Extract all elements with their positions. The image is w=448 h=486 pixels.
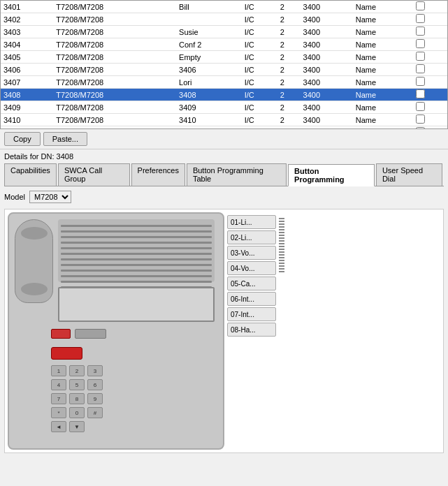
table-row[interactable]: 3404T7208/M7208Conf 2I/C23400Name <box>1 38 447 51</box>
keypad-key-#[interactable]: # <box>87 407 103 418</box>
keypad-key-0[interactable]: 0 <box>69 407 85 418</box>
table-row[interactable]: 3401T7208/M7208BillI/C23400Name <box>1 1 447 13</box>
tab-preferences[interactable]: Preferences <box>131 163 185 186</box>
scroll-line <box>279 237 284 239</box>
dn-table-wrapper: 3401T7208/M7208BillI/C23400Name3402T7208… <box>0 0 448 129</box>
row-checkbox[interactable] <box>416 89 425 98</box>
keypad-key-1[interactable]: 1 <box>51 365 66 376</box>
nav-keys: ◄ ▼ <box>51 421 217 432</box>
scroll-line <box>279 232 284 233</box>
line-button-2[interactable]: 02-Li... <box>227 230 276 244</box>
keypad-key-6[interactable]: 6 <box>87 379 103 390</box>
details-title: Details for DN: 3408 <box>4 152 444 161</box>
button-bar: Copy Paste... <box>0 129 448 149</box>
line-button-4[interactable]: 04-Vo... <box>227 261 276 275</box>
details-section: Details for DN: 3408 CapabilitiesSWCA Ca… <box>0 149 448 456</box>
scroll-line <box>279 218 284 219</box>
scroll-line <box>279 226 284 228</box>
scroll-line <box>279 271 284 272</box>
line-button-6[interactable]: 06-Int... <box>227 292 276 306</box>
line-buttons-panel: 01-Li...02-Li...03-Vo...04-Vo...05-Ca...… <box>227 212 276 450</box>
keypad-key-8[interactable]: 8 <box>69 393 85 404</box>
table-row[interactable]: 3402T7208/M7208I/C23400Name <box>1 13 447 26</box>
grille-line <box>61 247 212 249</box>
scroll-line <box>279 254 284 256</box>
scroll-line <box>279 263 284 264</box>
feature-button <box>75 329 106 339</box>
paste-button[interactable]: Paste... <box>43 132 87 146</box>
grille-line <box>61 242 212 244</box>
phone-display-screen <box>58 287 215 322</box>
dn-table: 3401T7208/M7208BillI/C23400Name3402T7208… <box>1 1 447 129</box>
keypad-key-9[interactable]: 9 <box>87 393 103 404</box>
scroll-line <box>279 265 284 267</box>
row-checkbox[interactable] <box>416 39 425 48</box>
table-row[interactable]: 3410T7208/M72083410I/C23400Name <box>1 114 447 126</box>
row-checkbox[interactable] <box>416 64 425 73</box>
row-checkbox[interactable] <box>416 102 425 111</box>
model-label: Model <box>4 193 25 201</box>
row-checkbox[interactable] <box>416 77 425 86</box>
keypad-key-*[interactable]: * <box>51 407 66 418</box>
grille-line <box>61 264 212 266</box>
scroll-line <box>279 257 284 258</box>
line-button-7[interactable]: 07-Int... <box>227 307 276 321</box>
grille-line <box>61 281 212 283</box>
scroll-line <box>279 243 284 244</box>
table-row[interactable]: 3409T7208/M72083409I/C23400Name <box>1 101 447 114</box>
table-row[interactable]: 3405T7208/M7208EmptyI/C23400Name <box>1 51 447 64</box>
line-button-5[interactable]: 05-Ca... <box>227 277 276 290</box>
row-checkbox[interactable] <box>416 52 425 61</box>
tab-capabilities[interactable]: Capabilities <box>4 163 57 186</box>
scroll-line <box>279 268 284 270</box>
nav-key-left: ◄ <box>51 421 66 432</box>
tab-swca-call-group[interactable]: SWCA Call Group <box>58 163 130 186</box>
row-checkbox[interactable] <box>416 14 425 23</box>
dn-table-container[interactable]: 3401T7208/M7208BillI/C23400Name3402T7208… <box>0 0 448 129</box>
table-row[interactable]: 3406T7208/M72083406I/C23400Name <box>1 64 447 76</box>
tab-button-programming-table[interactable]: Button Programming Table <box>187 163 287 186</box>
model-select[interactable]: M7208T7208 <box>29 191 71 203</box>
table-row[interactable]: 3408T7208/M72083408I/C23400Name <box>1 89 447 101</box>
phone-keypad: 123456789*0# <box>51 365 217 418</box>
table-row[interactable]: 3411T7208/M72083411I/C23400Name <box>1 126 447 130</box>
tab-button-programming[interactable]: Button Programming <box>288 164 375 186</box>
scroll-indicator <box>279 218 284 450</box>
row-checkbox[interactable] <box>416 27 425 36</box>
scroll-line <box>279 223 284 225</box>
right-panel: 01-Li...02-Li...03-Vo...04-Vo...05-Ca...… <box>224 212 284 450</box>
line-button-1[interactable]: 01-Li... <box>227 215 276 229</box>
keypad-key-3[interactable]: 3 <box>87 365 103 376</box>
hold-row <box>51 344 217 360</box>
grille-line <box>61 270 212 272</box>
phone-handset <box>15 219 53 303</box>
copy-button[interactable]: Copy <box>4 132 41 146</box>
keypad-key-4[interactable]: 4 <box>51 379 66 390</box>
grille-lines <box>58 219 215 294</box>
keypad-key-2[interactable]: 2 <box>69 365 85 376</box>
phone-area: 123456789*0# ◄ ▼ 01-Li...02-Li...03-Vo..… <box>4 209 444 453</box>
keypad-key-5[interactable]: 5 <box>69 379 85 390</box>
nav-key-vol: ▼ <box>69 421 85 432</box>
phone-buttons-area: 123456789*0# ◄ ▼ <box>51 329 217 443</box>
scroll-line <box>279 240 284 242</box>
grille-line <box>61 225 212 227</box>
table-row[interactable]: 3407T7208/M7208LoriI/C23400Name <box>1 76 447 89</box>
keypad-key-7[interactable]: 7 <box>51 393 66 404</box>
scroll-line <box>279 221 284 222</box>
row-checkbox[interactable] <box>416 1 425 10</box>
line-button-8[interactable]: 08-Ha... <box>227 323 276 337</box>
scroll-line <box>279 229 284 230</box>
scroll-line <box>279 251 284 253</box>
feature-row <box>51 329 217 339</box>
row-checkbox[interactable] <box>416 115 425 124</box>
grille-line <box>61 230 212 233</box>
row-checkbox[interactable] <box>416 127 425 129</box>
line-button-3[interactable]: 03-Vo... <box>227 246 276 260</box>
grille-line <box>61 275 212 277</box>
red-button <box>51 329 71 339</box>
tab-user-speed-dial[interactable]: User Speed Dial <box>376 163 442 186</box>
grille-line <box>61 236 212 238</box>
table-row[interactable]: 3403T7208/M7208SusieI/C23400Name <box>1 26 447 38</box>
tabs-bar: CapabilitiesSWCA Call GroupPreferencesBu… <box>4 163 444 186</box>
